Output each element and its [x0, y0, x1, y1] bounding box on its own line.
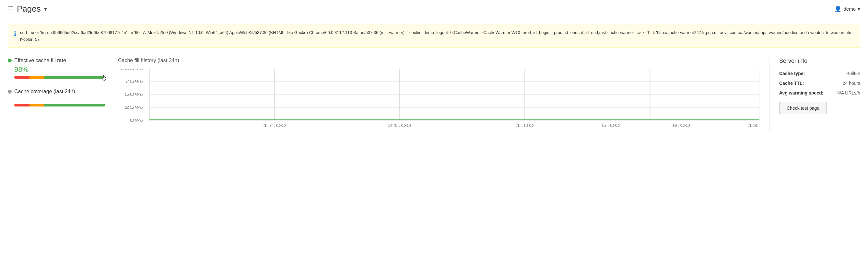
cache-ttl-value: 24 hours [843, 80, 860, 86]
info-banner: ℹ curl --user 'lrg-qa:9b9965d62cca6ad2fd… [8, 25, 860, 48]
svg-text:1:00: 1:00 [516, 123, 534, 128]
cache-fill-rate-metric: Effective cache fill rate 98% [8, 58, 108, 79]
svg-text:100%: 100% [119, 69, 143, 71]
server-cache-type-row: Cache type: Built-in [779, 71, 860, 76]
chart-title: Cache fill history (last 24h) [118, 58, 760, 63]
svg-text:25%: 25% [124, 105, 143, 110]
metrics-panel: Effective cache fill rate 98% Cache cove… [8, 58, 118, 133]
check-test-page-button[interactable]: Check test page [779, 102, 827, 114]
user-icon: 👤 [834, 5, 841, 13]
chart-area: 100% 75% 50% 25% 0% 17:00 21:00 1:00 5:0… [118, 69, 760, 133]
cache-coverage-dot [8, 90, 12, 94]
cov-pb-green [44, 104, 105, 106]
warming-speed-key: Avg warming speed: [779, 90, 823, 96]
username-label: demo [843, 6, 856, 12]
user-menu[interactable]: 👤 demo ▾ [834, 5, 860, 13]
svg-text:75%: 75% [124, 79, 143, 84]
cov-pb-red [14, 104, 30, 106]
cache-type-key: Cache type: [779, 71, 805, 76]
pb-orange-segment [30, 76, 45, 79]
cache-ttl-key: Cache TTL: [779, 80, 804, 86]
server-info-panel: Server info Cache type: Built-in Cache T… [770, 58, 860, 133]
svg-text:0%: 0% [129, 118, 143, 123]
cache-fill-dot [8, 59, 12, 63]
svg-text:21:00: 21:00 [388, 123, 411, 128]
user-dropdown-arrow: ▾ [858, 6, 860, 12]
cache-fill-rate-label: Effective cache fill rate [8, 58, 108, 63]
menu-icon[interactable]: ☰ [8, 5, 13, 13]
pb-red-segment [14, 76, 30, 79]
cache-coverage-label: Cache coverage (last 24h) [8, 89, 108, 95]
progress-marker [103, 75, 104, 79]
cache-coverage-metric: Cache coverage (last 24h) [8, 89, 108, 107]
cache-type-value: Built-in [846, 71, 860, 76]
cache-coverage-text: Cache coverage (last 24h) [14, 89, 75, 95]
svg-text:17:00: 17:00 [262, 123, 286, 128]
svg-text:5:00: 5:00 [601, 123, 620, 128]
server-info-title: Server info [779, 58, 860, 64]
info-icon: ℹ [14, 30, 16, 37]
cache-fill-rate-text: Effective cache fill rate [14, 58, 66, 63]
banner-text: curl --user 'lrg-qa:9b9965d62cca6ad2fd6b… [20, 30, 854, 43]
warming-speed-value: N/A URLs/h [837, 90, 860, 96]
svg-text:50%: 50% [124, 92, 143, 97]
server-cache-ttl-row: Cache TTL: 24 hours [779, 80, 860, 86]
cache-coverage-progress-bar [14, 104, 105, 107]
cache-fill-percentage: 98% [14, 65, 108, 74]
cache-fill-progress-bar [14, 76, 105, 79]
progress-bar-track [14, 76, 105, 79]
chart-svg: 100% 75% 50% 25% 0% 17:00 21:00 1:00 5:0… [118, 69, 760, 133]
coverage-bar-track [14, 104, 105, 106]
header-left: ☰ Pages ▾ [8, 4, 47, 14]
main-content: Effective cache fill rate 98% Cache cove… [0, 55, 868, 141]
page-title: Pages [17, 4, 41, 14]
header: ☰ Pages ▾ 👤 demo ▾ [0, 0, 868, 18]
pages-dropdown-arrow[interactable]: ▾ [44, 5, 47, 13]
chart-panel: Cache fill history (last 24h) 100% 75% [118, 58, 770, 133]
pb-green-segment [44, 76, 105, 79]
svg-text:13:00: 13:00 [748, 123, 760, 128]
server-warming-speed-row: Avg warming speed: N/A URLs/h [779, 90, 860, 96]
svg-text:9:00: 9:00 [672, 123, 690, 128]
cov-pb-orange [30, 104, 45, 106]
